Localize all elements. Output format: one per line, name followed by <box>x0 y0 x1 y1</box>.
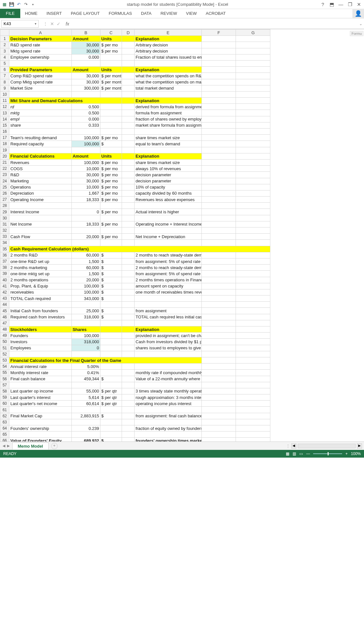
cell-C50[interactable] <box>100 339 122 345</box>
cell-D32[interactable] <box>122 228 135 234</box>
ribbon-tab-review[interactable]: REVIEW <box>156 9 182 18</box>
cell-G29[interactable] <box>236 209 270 215</box>
cell-C3[interactable]: $ per mo <box>100 48 122 54</box>
cell-G32[interactable] <box>236 228 270 234</box>
cell-B30[interactable] <box>71 215 100 221</box>
cell-D45[interactable] <box>122 308 135 314</box>
cell-A23[interactable]: R&D <box>9 172 71 178</box>
row-header-22[interactable]: 22 <box>0 166 9 172</box>
cell-D47[interactable] <box>122 320 135 326</box>
zoom-out-icon[interactable]: — <box>306 451 310 456</box>
cell-E54[interactable] <box>135 364 202 370</box>
cell-E39[interactable]: from assignment: 5% of spend rate <box>135 271 202 277</box>
cell-A3[interactable]: Mktg spend rate <box>9 48 71 54</box>
cell-G34[interactable] <box>236 240 270 246</box>
cell-G17[interactable] <box>236 135 270 141</box>
cell-B62[interactable]: 2,883,915 <box>71 413 100 419</box>
close-icon[interactable]: ✕ <box>355 1 363 8</box>
cell-B55[interactable]: 0.41% <box>71 370 100 376</box>
cell-B13[interactable]: 0.500 <box>71 110 100 116</box>
cell-D55[interactable] <box>122 370 135 376</box>
cell-G10[interactable] <box>236 91 270 97</box>
cell-D30[interactable] <box>122 215 135 221</box>
cell-D64[interactable] <box>122 425 135 432</box>
row-header-47[interactable]: 47 <box>0 320 9 326</box>
cell-F22[interactable] <box>201 166 236 172</box>
cell-F12[interactable] <box>201 104 236 110</box>
cell-G8[interactable] <box>236 79 270 85</box>
cell-D2[interactable] <box>122 42 135 48</box>
cell-G60[interactable] <box>236 401 270 407</box>
cell-C44[interactable] <box>100 302 122 308</box>
row-header-52[interactable]: 52 <box>0 351 9 357</box>
cell-E43[interactable] <box>135 296 202 302</box>
cell-E58[interactable]: 3 times steady state monthly operating i… <box>135 388 202 394</box>
cell-E44[interactable] <box>135 302 202 308</box>
cell-E11[interactable]: Explanation <box>135 98 202 104</box>
row-header-49[interactable]: 49 <box>0 333 9 339</box>
cell-E6[interactable]: Explanation <box>135 67 202 73</box>
cell-B27[interactable]: 18,333 <box>71 197 100 203</box>
cell-D6[interactable] <box>122 67 135 73</box>
cell-A57[interactable] <box>9 382 71 388</box>
cell-C31[interactable]: $ per mo <box>100 221 122 227</box>
cell-F25[interactable] <box>201 184 236 190</box>
cell-B7[interactable]: 30,000 <box>71 73 100 79</box>
cell-E2[interactable]: Arbitrary decision <box>135 42 202 48</box>
cell-E26[interactable]: capacity divided by 60 months <box>135 190 202 196</box>
cell-B14[interactable]: 0.000 <box>71 116 100 122</box>
cell-E55[interactable]: monthly rate if compounded monthly <box>135 370 202 376</box>
cell-F34[interactable] <box>201 240 236 246</box>
cell-D62[interactable] <box>122 413 135 419</box>
cell-B26[interactable]: 1,667 <box>71 190 100 196</box>
row-header-50[interactable]: 50 <box>0 339 9 345</box>
cell-F53[interactable] <box>201 357 236 363</box>
cell-E20[interactable]: Explanation <box>135 153 202 159</box>
cell-B3[interactable]: 30,000 <box>71 48 100 54</box>
row-header-41[interactable]: 41 <box>0 283 9 289</box>
cell-C23[interactable]: $ per mo <box>100 172 122 178</box>
cell-G54[interactable] <box>236 364 270 370</box>
cell-E17[interactable]: share times market size <box>135 135 202 141</box>
cell-B25[interactable]: 10,000 <box>71 184 100 190</box>
cell-E49[interactable]: provided in assignment; can't be changed <box>135 333 202 339</box>
cell-C30[interactable] <box>100 215 122 221</box>
cell-A45[interactable]: Initial Cash from founders <box>9 308 71 314</box>
cell-E19[interactable] <box>135 147 202 153</box>
cell-C48[interactable] <box>100 326 122 333</box>
cell-C27[interactable]: $ per mo <box>100 197 122 203</box>
cell-B52[interactable] <box>71 351 100 357</box>
row-header-51[interactable]: 51 <box>0 345 9 351</box>
cell-F42[interactable] <box>201 289 236 295</box>
cell-F1[interactable] <box>201 36 236 42</box>
split-handle-icon[interactable]: ⋮ <box>286 444 290 448</box>
cell-A24[interactable]: Marketing <box>9 178 71 184</box>
cell-B29[interactable]: 0 <box>71 209 100 215</box>
row-header-33[interactable]: 33 <box>0 234 9 240</box>
row-header-26[interactable]: 26 <box>0 190 9 196</box>
row-header-19[interactable]: 19 <box>0 147 9 153</box>
cell-D4[interactable] <box>122 54 135 60</box>
cell-F27[interactable] <box>201 197 236 203</box>
cell-D1[interactable] <box>122 36 135 42</box>
cell-F37[interactable] <box>201 258 236 264</box>
cell-A1[interactable]: Decision Parameters <box>9 36 71 42</box>
cell-B56[interactable]: 459,344 <box>71 376 100 382</box>
cell-D14[interactable] <box>122 116 135 122</box>
cell-D59[interactable] <box>122 394 135 401</box>
cell-B10[interactable] <box>71 91 100 97</box>
cell-B59[interactable]: 5,614 <box>71 394 100 401</box>
cell-A65[interactable] <box>9 432 71 438</box>
cell-G2[interactable] <box>236 42 270 48</box>
cell-E65[interactable] <box>135 432 202 438</box>
cell-F24[interactable] <box>201 178 236 184</box>
cell-A12[interactable]: rd <box>9 104 71 110</box>
cell-A49[interactable]: Founders <box>9 333 71 339</box>
cell-E23[interactable]: decision parameter <box>135 172 202 178</box>
cell-F8[interactable] <box>201 79 236 85</box>
row-header-12[interactable]: 12 <box>0 104 9 110</box>
cell-A9[interactable]: Market Size <box>9 85 71 91</box>
cell-F14[interactable] <box>201 116 236 122</box>
cell-F23[interactable] <box>201 172 236 178</box>
cell-F33[interactable] <box>201 234 236 240</box>
